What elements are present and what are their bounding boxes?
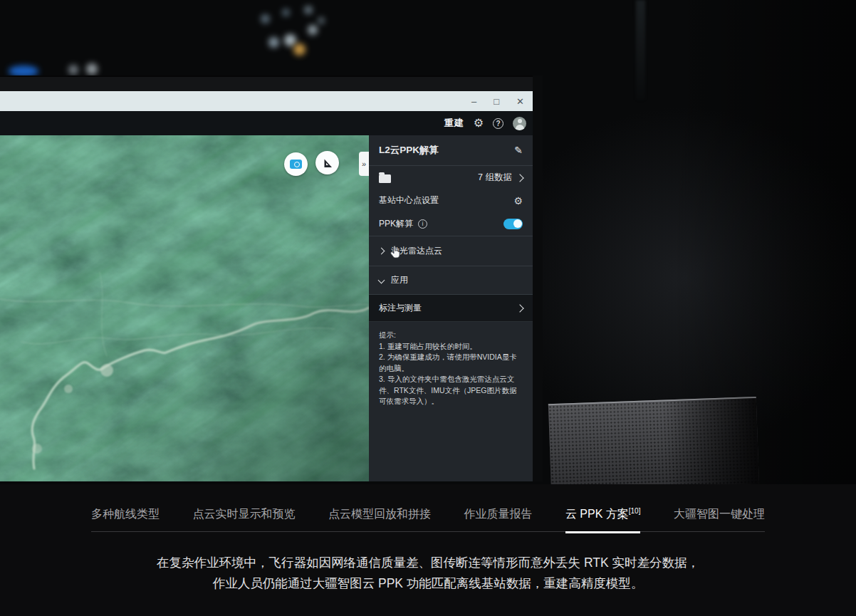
maximize-icon[interactable]: □	[494, 97, 499, 106]
apply-section-header[interactable]: 应用	[369, 266, 533, 295]
base-station-row[interactable]: 基站中心点设置 ⚙	[369, 189, 533, 212]
side-panel: L2云PPK解算 ✎ 7 组数据 基站中心点设置 ⚙ PPK解算 i	[369, 135, 533, 481]
video-frame: – □ ✕ 重建 ⚙ ?	[0, 0, 856, 484]
app-toolbar: 重建 ⚙ ?	[0, 111, 533, 135]
ppk-label: PPK解算	[379, 218, 413, 230]
tip-item: 1. 重建可能占用较长的时间。	[379, 341, 523, 353]
monitor-bezel-right	[533, 75, 543, 481]
close-icon[interactable]: ✕	[516, 97, 524, 106]
tab-realtime-pointcloud[interactable]: 点云实时显示和预览	[192, 507, 295, 522]
bokeh-light	[268, 37, 279, 48]
settings-gear-icon[interactable]: ⚙	[474, 118, 484, 129]
tab-pointcloud-replay[interactable]: 点云模型回放和拼接	[328, 507, 431, 522]
annotate-label: 标注与测量	[379, 302, 422, 314]
bokeh-light	[293, 43, 306, 56]
gear-icon[interactable]: ⚙	[513, 195, 523, 207]
window-frame-reflection	[636, 0, 645, 100]
bokeh-light	[304, 6, 313, 14]
bokeh-light	[261, 14, 270, 24]
apply-label: 应用	[391, 274, 408, 286]
hand-cursor	[389, 245, 402, 260]
avatar-head	[518, 119, 522, 123]
tip-item: 2. 为确保重建成功，请使用带NVIDIA显卡的电脑。	[379, 352, 523, 374]
tab-flight-route-types[interactable]: 多种航线类型	[91, 507, 160, 522]
feature-tabs: 多种航线类型 点云实时显示和预览 点云模型回放和拼接 作业质量报告 云 PPK …	[91, 507, 765, 532]
bokeh-light	[308, 25, 318, 35]
bokeh-light	[318, 17, 325, 24]
chevron-down-icon	[378, 277, 385, 284]
ruler-triangle-icon	[322, 157, 333, 169]
tab-quality-report[interactable]: 作业质量报告	[464, 507, 532, 522]
toggle-knob	[513, 219, 522, 228]
dataset-row[interactable]: 7 组数据	[369, 166, 533, 189]
monitor-bezel-top	[0, 75, 541, 91]
info-icon[interactable]: i	[418, 219, 427, 229]
edit-pencil-icon[interactable]: ✎	[514, 145, 523, 156]
ppk-toggle[interactable]	[503, 219, 523, 229]
description-line-2: 作业人员仍能通过大疆智图云 PPK 功能匹配离线基站数据，重建高精度模型。	[0, 573, 856, 594]
measure-tool-button[interactable]	[315, 151, 339, 174]
tab-cloud-ppk[interactable]: 云 PPK 方案[10]	[565, 507, 641, 522]
chevron-right-icon	[378, 248, 385, 255]
minimize-icon[interactable]: –	[471, 97, 476, 106]
bokeh-light	[86, 63, 98, 75]
feature-description: 在复杂作业环境中，飞行器如因网络通信质量差、图传断连等情形而意外丢失 RTK 实…	[0, 553, 856, 594]
panel-collapse-handle[interactable]: »	[359, 152, 369, 176]
window-titlebar: – □ ✕	[0, 91, 534, 111]
camera-icon	[290, 160, 302, 169]
dataset-count: 7 组数据	[478, 172, 512, 184]
description-line-1: 在复杂作业环境中，飞行器如因网络通信质量差、图传断连等情形而意外丢失 RTK 实…	[0, 553, 856, 573]
screenshot-camera-button[interactable]	[284, 152, 308, 176]
terrain-map	[0, 135, 369, 481]
folder-icon	[379, 174, 391, 183]
help-icon[interactable]: ?	[493, 118, 503, 129]
tab-footnote: [10]	[629, 507, 641, 515]
page: – □ ✕ 重建 ⚙ ?	[0, 0, 856, 616]
tab-one-click-processing[interactable]: 大疆智图一键处理	[674, 507, 765, 522]
tips-title: 提示:	[379, 330, 523, 341]
annotate-measure-row[interactable]: 标注与测量	[369, 295, 533, 322]
tab-label: 云 PPK 方案	[565, 508, 629, 520]
tip-item: 3. 导入的文件夹中需包含激光雷达点云文件、RTK文件、IMU文件（JPEG图片…	[379, 374, 523, 407]
avatar[interactable]	[513, 117, 526, 130]
bokeh-light	[68, 65, 78, 75]
chevron-right-icon	[516, 174, 523, 182]
map-viewport[interactable]: »	[0, 135, 369, 481]
avatar-body	[516, 125, 524, 130]
panel-title: L2云PPK解算	[379, 144, 439, 157]
tips-block: 提示: 1. 重建可能占用较长的时间。 2. 为确保重建成功，请使用带NVIDI…	[369, 322, 533, 481]
chevron-right-icon	[516, 304, 523, 312]
rebuild-button[interactable]: 重建	[444, 117, 464, 130]
ppk-row: PPK解算 i	[369, 212, 533, 236]
room-shadow	[671, 0, 856, 484]
bokeh-light	[284, 34, 296, 46]
active-tab-underline	[565, 531, 641, 533]
base-station-label: 基站中心点设置	[379, 194, 439, 207]
bokeh-light	[282, 9, 290, 16]
